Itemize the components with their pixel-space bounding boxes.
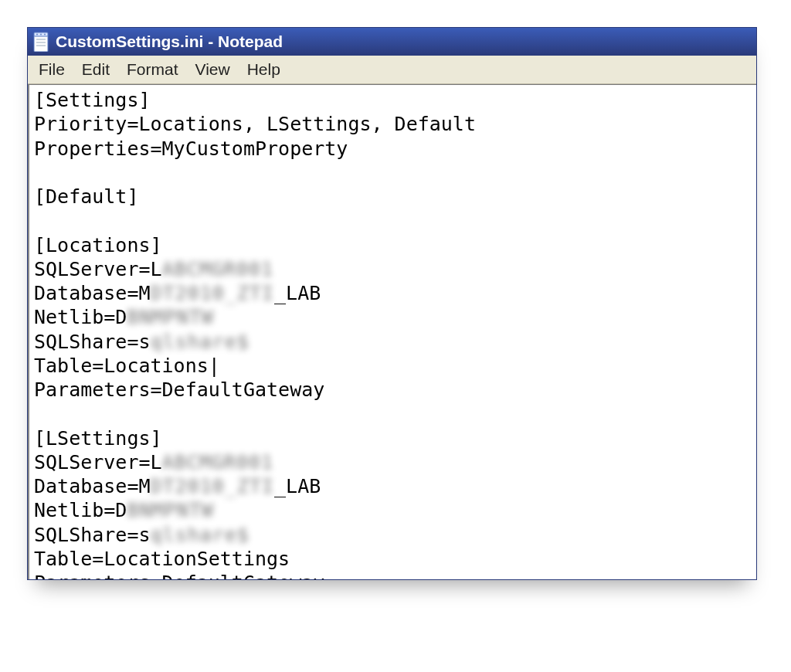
svg-rect-0	[34, 35, 48, 52]
window-title: CustomSettings.ini - Notepad	[56, 32, 283, 51]
menu-help[interactable]: Help	[241, 58, 291, 81]
svg-point-3	[40, 34, 42, 36]
editor-container: [Settings] Priority=Locations, LSettings…	[28, 84, 756, 579]
text-editor[interactable]: [Settings] Priority=Locations, LSettings…	[28, 85, 756, 579]
titlebar: CustomSettings.ini - Notepad	[28, 28, 756, 56]
menu-edit[interactable]: Edit	[76, 58, 121, 81]
menu-file[interactable]: File	[32, 58, 76, 81]
svg-point-4	[44, 34, 46, 36]
notepad-icon	[32, 32, 49, 52]
notepad-window: CustomSettings.ini - Notepad File Edit F…	[27, 27, 757, 580]
svg-point-2	[36, 34, 38, 36]
menu-view[interactable]: View	[189, 58, 241, 81]
menu-format[interactable]: Format	[121, 58, 189, 81]
menubar: File Edit Format View Help	[28, 56, 756, 84]
